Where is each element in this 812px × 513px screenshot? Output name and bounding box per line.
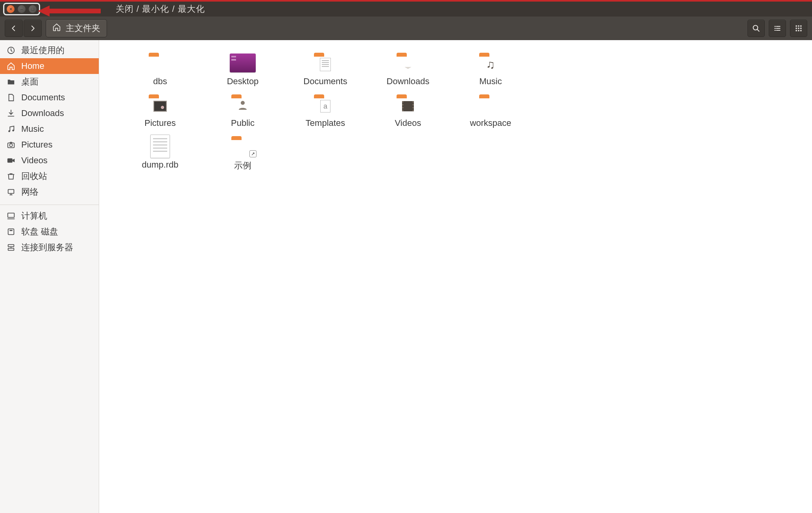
file-label: Documents	[303, 76, 347, 87]
sidebar-item-label: 回收站	[21, 170, 47, 182]
sidebar-item-计算机[interactable]: 计算机	[0, 208, 99, 224]
folder-icon	[146, 94, 174, 116]
file-item[interactable]: Videos	[367, 94, 449, 128]
music-icon	[6, 125, 16, 133]
file-item[interactable]: Pictures	[119, 94, 201, 128]
file-item[interactable]: ♫Music	[449, 52, 532, 87]
folder-icon	[312, 94, 339, 116]
svg-rect-9	[800, 30, 801, 31]
sidebar: 最近使用的Home桌面DocumentsDownloadsMusicPictur…	[0, 40, 99, 513]
svg-point-14	[9, 144, 12, 146]
chevron-right-icon	[29, 25, 36, 32]
forward-button[interactable]	[24, 20, 42, 37]
svg-rect-20	[8, 245, 14, 247]
sidebar-item-downloads[interactable]: Downloads	[0, 105, 99, 121]
svg-rect-4	[796, 28, 797, 29]
folder-icon	[394, 52, 422, 74]
file-icon	[6, 93, 16, 102]
sidebar-item-label: Documents	[21, 92, 65, 103]
file-item[interactable]: Public	[201, 94, 284, 128]
server-icon	[6, 243, 16, 252]
disk-icon	[6, 227, 16, 236]
clock-icon	[6, 46, 16, 55]
file-icon	[146, 135, 174, 157]
svg-rect-18	[8, 229, 14, 235]
grid-icon	[795, 24, 803, 32]
svg-point-11	[8, 130, 10, 132]
content-area[interactable]: dbsDesktopDocumentsDownloads♫MusicPictur…	[99, 40, 812, 513]
back-button[interactable]	[5, 20, 23, 37]
folder-icon	[312, 52, 339, 74]
titlebar: ✕ – □ 关闭 / 最小化 / 最大化	[0, 0, 812, 17]
file-label: Music	[479, 76, 502, 87]
sidebar-item-label: 连接到服务器	[21, 242, 73, 253]
sidebar-item-label: Videos	[21, 155, 48, 166]
file-item[interactable]: workspace	[449, 94, 532, 128]
sidebar-item-label: Pictures	[21, 140, 52, 150]
sidebar-item-桌面[interactable]: 桌面	[0, 74, 99, 90]
file-item[interactable]: Desktop	[201, 52, 284, 87]
search-button[interactable]	[747, 20, 765, 37]
folder-icon	[6, 78, 16, 86]
sidebar-separator	[0, 205, 99, 205]
sidebar-item-label: Downloads	[21, 108, 64, 118]
sidebar-item-documents[interactable]: Documents	[0, 90, 99, 105]
file-item[interactable]: ↗示例	[201, 135, 284, 172]
svg-rect-19	[9, 230, 12, 231]
svg-rect-3	[800, 26, 801, 27]
svg-point-12	[12, 129, 14, 131]
file-label: workspace	[470, 118, 511, 128]
file-label: 示例	[234, 160, 251, 172]
sidebar-item-music[interactable]: Music	[0, 121, 99, 137]
trash-icon	[6, 172, 16, 181]
toolbar: 主文件夹	[0, 17, 812, 40]
file-item[interactable]: dbs	[119, 52, 201, 87]
file-item[interactable]: Documents	[284, 52, 367, 87]
svg-rect-1	[796, 26, 797, 27]
network-icon	[6, 188, 16, 196]
pathbar-label: 主文件夹	[66, 22, 100, 34]
sidebar-item-软盘-磁盘[interactable]: 软盘 磁盘	[0, 224, 99, 240]
file-item[interactable]: Downloads	[367, 52, 449, 87]
sidebar-item-label: Music	[21, 124, 44, 134]
search-icon	[752, 24, 760, 32]
sidebar-item-网络[interactable]: 网络	[0, 184, 99, 200]
file-item[interactable]: dump.rdb	[119, 135, 201, 172]
close-icon[interactable]: ✕	[7, 5, 15, 13]
nav-group	[5, 20, 42, 37]
sidebar-item-label: 计算机	[21, 210, 47, 222]
maximize-icon[interactable]: □	[29, 5, 37, 13]
minimize-icon[interactable]: –	[18, 5, 26, 13]
sidebar-item-pictures[interactable]: Pictures	[0, 137, 99, 153]
svg-rect-6	[800, 28, 801, 29]
sidebar-item-label: 桌面	[21, 76, 39, 88]
svg-rect-2	[798, 26, 799, 27]
file-item[interactable]: Templates	[284, 94, 367, 128]
sidebar-item-home[interactable]: Home	[0, 58, 99, 74]
computer-icon	[6, 212, 16, 220]
chevron-left-icon	[10, 25, 17, 32]
grid-view-button[interactable]	[790, 20, 807, 37]
svg-point-22	[241, 101, 245, 105]
window-controls: ✕ – □	[3, 3, 40, 15]
sidebar-item-label: 最近使用的	[21, 44, 65, 56]
pathbar[interactable]: 主文件夹	[46, 19, 107, 37]
titlebar-annotation: 关闭 / 最小化 / 最大化	[116, 3, 205, 15]
sidebar-item-label: Home	[21, 61, 44, 71]
svg-rect-15	[7, 159, 13, 163]
annotation-arrow-icon	[38, 6, 101, 17]
folder-icon: ↗	[229, 135, 257, 157]
video-icon	[6, 156, 16, 165]
file-label: dump.rdb	[142, 160, 179, 170]
folder-icon: ♫	[477, 52, 504, 74]
download-icon	[6, 109, 16, 118]
sidebar-item-label: 软盘 磁盘	[21, 226, 58, 238]
toolbar-right	[747, 20, 807, 37]
list-view-button[interactable]	[769, 20, 786, 37]
sidebar-item-label: 网络	[21, 186, 39, 198]
sidebar-item-最近使用的[interactable]: 最近使用的	[0, 42, 99, 58]
sidebar-item-连接到服务器[interactable]: 连接到服务器	[0, 240, 99, 255]
sidebar-item-videos[interactable]: Videos	[0, 153, 99, 168]
svg-rect-21	[8, 248, 14, 251]
sidebar-item-回收站[interactable]: 回收站	[0, 168, 99, 184]
